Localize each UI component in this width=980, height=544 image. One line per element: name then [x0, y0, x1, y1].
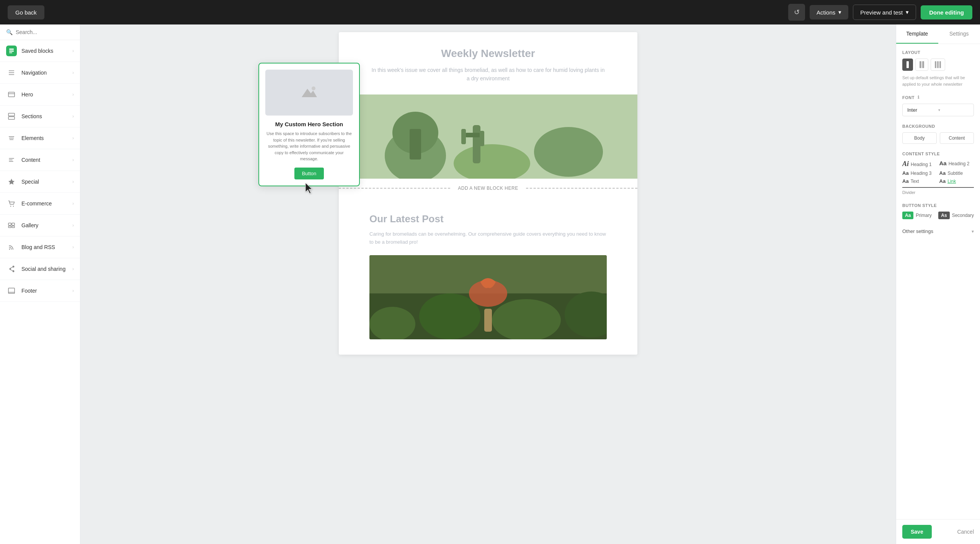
- floating-block-description: Use this space to introduce subscribers …: [265, 130, 353, 162]
- svg-rect-19: [12, 226, 15, 228]
- content-style-heading1[interactable]: Ai Heading 1: [902, 160, 937, 168]
- floating-block-preview[interactable]: My Custom Hero Section Use this space to…: [258, 63, 360, 186]
- content-style-heading3[interactable]: Aa Heading 3: [902, 170, 937, 176]
- actions-button[interactable]: Actions ▾: [810, 5, 848, 20]
- secondary-sample: As: [938, 212, 949, 219]
- primary-sample: Aa: [902, 212, 913, 219]
- secondary-label: Secondary: [952, 213, 974, 218]
- sections-icon: [6, 111, 17, 122]
- search-input[interactable]: [16, 29, 74, 35]
- button-primary-item[interactable]: Aa Primary: [902, 212, 935, 219]
- bg-body-button[interactable]: Body: [902, 132, 937, 144]
- layout-label: Layout: [902, 50, 974, 55]
- svg-rect-18: [8, 226, 11, 228]
- tab-template[interactable]: Template: [896, 24, 938, 44]
- svg-point-38: [419, 293, 480, 339]
- sidebar-item-navigation[interactable]: Navigation ›: [0, 62, 80, 84]
- email-header: Weekly Newsletter In this week's issue w…: [339, 32, 637, 94]
- sidebar-item-content[interactable]: Content ›: [0, 149, 80, 171]
- svg-point-39: [492, 299, 561, 339]
- layout-three-button[interactable]: [931, 59, 945, 71]
- cursor-icon: [304, 182, 315, 197]
- layout-description: Set up default settings that will be app…: [902, 75, 974, 87]
- elements-icon: [6, 133, 17, 143]
- svg-rect-21: [8, 288, 15, 293]
- bg-content-button[interactable]: Content: [940, 132, 974, 144]
- sidebar-item-footer[interactable]: Footer ›: [0, 280, 80, 302]
- tab-settings[interactable]: Settings: [938, 24, 980, 44]
- topbar-right: ↺ Actions ▾ Preview and test ▾ Done edit…: [788, 4, 972, 21]
- actions-label: Actions: [817, 9, 835, 16]
- heading1-sample: Ai: [902, 160, 909, 168]
- layout-bar-two-1: [920, 61, 921, 68]
- svg-point-15: [13, 206, 14, 207]
- other-settings-label: Other settings: [902, 228, 933, 234]
- done-editing-button[interactable]: Done editing: [921, 5, 972, 20]
- saved-blocks-chevron-icon: ›: [72, 48, 74, 54]
- save-button[interactable]: Save: [902, 525, 932, 539]
- primary-label: Primary: [916, 213, 931, 218]
- content-style-heading2[interactable]: Aa Heading 2: [939, 160, 974, 168]
- go-back-button[interactable]: Go back: [8, 5, 44, 20]
- sidebar-item-ecommerce[interactable]: E-commerce ›: [0, 193, 80, 215]
- topbar: Go back ↺ Actions ▾ Preview and test ▾ D…: [0, 0, 980, 24]
- svg-point-24: [312, 86, 315, 90]
- sidebar-item-elements[interactable]: Elements ›: [0, 127, 80, 149]
- svg-rect-33: [461, 129, 466, 144]
- content-style-text[interactable]: Aa Text: [902, 178, 937, 184]
- button-secondary-item[interactable]: As Secondary: [938, 212, 974, 219]
- add-block-section[interactable]: ADD A NEW BLOCK HERE: [339, 179, 637, 198]
- content-chevron-icon: ›: [72, 157, 74, 163]
- font-info-icon[interactable]: ℹ: [918, 95, 920, 100]
- history-button[interactable]: ↺: [788, 4, 805, 21]
- footer-icon: [6, 285, 17, 296]
- button-style-section: Button style Aa Primary As Secondary: [902, 203, 974, 219]
- elements-chevron-icon: ›: [72, 135, 74, 141]
- other-settings-row[interactable]: Other settings ▾: [902, 227, 974, 236]
- font-chevron-icon: ▾: [938, 108, 969, 112]
- cancel-button[interactable]: Cancel: [957, 529, 974, 535]
- sidebar-item-blog-rss[interactable]: Blog and RSS ›: [0, 236, 80, 258]
- sidebar-item-social[interactable]: Social and sharing ›: [0, 258, 80, 280]
- dashed-line-right: [526, 188, 637, 189]
- sidebar-item-special[interactable]: Special ›: [0, 171, 80, 193]
- content-style-link[interactable]: Aa Link: [939, 178, 974, 184]
- footer-label: Footer: [21, 288, 68, 294]
- link-label: Link: [947, 179, 956, 184]
- content-icon: [6, 155, 17, 165]
- topbar-left: Go back: [8, 5, 784, 20]
- history-icon: ↺: [794, 8, 800, 16]
- svg-rect-17: [12, 223, 15, 225]
- subtitle-sample: Aa: [939, 170, 946, 176]
- content-style-grid: Ai Heading 1 Aa Heading 2 Aa Heading 3: [902, 160, 974, 184]
- special-icon: [6, 176, 17, 187]
- svg-rect-2: [9, 52, 12, 53]
- layout-bar-three-2: [937, 61, 939, 68]
- layout-single-button[interactable]: [902, 59, 913, 71]
- hero-label: Hero: [21, 91, 68, 98]
- content-style-subtitle[interactable]: Aa Subtitle: [939, 170, 974, 176]
- email-hero-image: [339, 94, 637, 179]
- svg-marker-23: [302, 89, 317, 97]
- main-layout: 🔍 Saved blocks › Navigation › Hero ›: [0, 24, 980, 544]
- search-bar: 🔍: [0, 24, 80, 40]
- layout-section: Layout Set up default settings: [902, 50, 974, 87]
- sidebar-item-hero[interactable]: Hero ›: [0, 84, 80, 106]
- sidebar-item-gallery[interactable]: Gallery ›: [0, 215, 80, 236]
- divider-preview: [902, 187, 974, 188]
- sidebar-item-saved-blocks[interactable]: Saved blocks ›: [0, 40, 80, 62]
- floating-block-button[interactable]: Button: [294, 168, 324, 179]
- preview-button[interactable]: Preview and test ▾: [853, 5, 916, 20]
- other-settings-chevron-icon: ▾: [972, 229, 974, 234]
- svg-point-29: [534, 127, 603, 177]
- blog-image: [369, 255, 607, 339]
- add-block-label: ADD A NEW BLOCK HERE: [450, 186, 526, 191]
- font-selector[interactable]: Inter ▾: [902, 104, 974, 116]
- layout-two-button[interactable]: [915, 59, 928, 71]
- sidebar-item-sections[interactable]: Sections ›: [0, 106, 80, 127]
- background-buttons: Body Content: [902, 132, 974, 144]
- gallery-chevron-icon: ›: [72, 223, 74, 228]
- floating-block-title: My Custom Hero Section: [265, 121, 353, 127]
- other-settings-section: Other settings ▾: [902, 227, 974, 236]
- svg-rect-30: [410, 129, 421, 160]
